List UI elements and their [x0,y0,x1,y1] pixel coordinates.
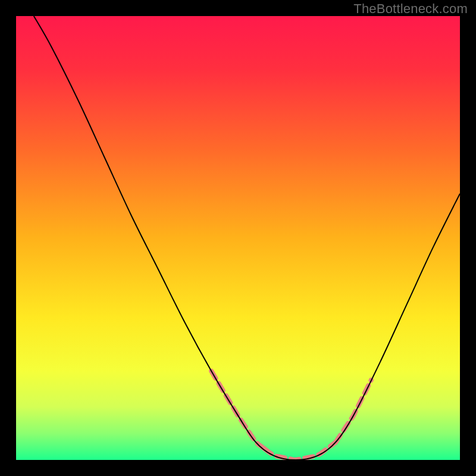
watermark-label: TheBottleneck.com [353,1,468,17]
bottleneck-chart [0,0,476,476]
plot-background-gradient [16,16,460,460]
chart-frame: TheBottleneck.com [0,0,476,476]
